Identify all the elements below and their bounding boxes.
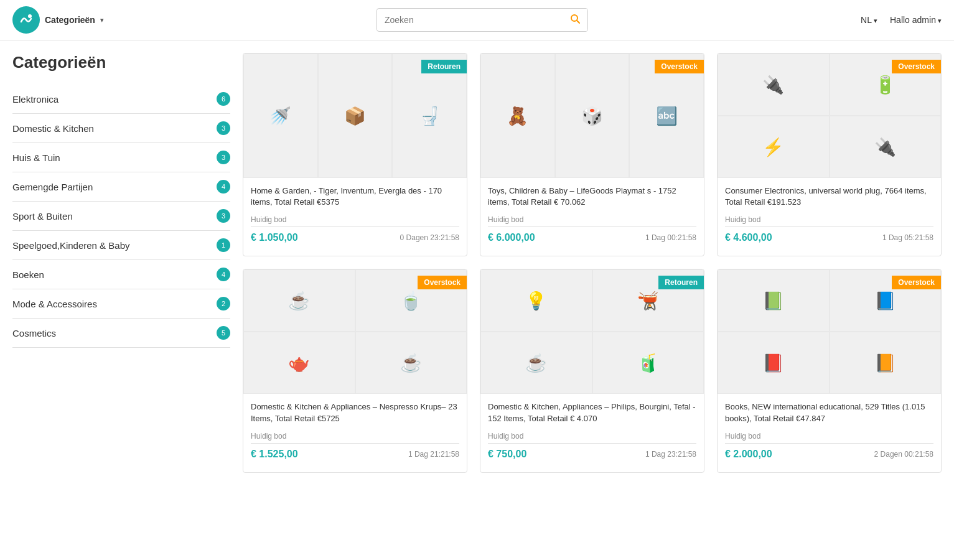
product-card-p6[interactable]: Overstock 📗📘📕📙 Books, NEW international … bbox=[717, 269, 942, 472]
product-card-p5[interactable]: Retouren 💡🫕☕🧃 Domestic & Kitchen, Applia… bbox=[480, 269, 704, 472]
product-image-cell: 🔌 bbox=[718, 54, 830, 116]
sidebar-item-boeken[interactable]: Boeken 4 bbox=[12, 260, 230, 289]
product-bid-price: € 1.050,00 bbox=[251, 232, 298, 243]
product-bid-price: € 750,00 bbox=[488, 449, 526, 460]
product-bid-label: Huidig bod bbox=[488, 432, 696, 441]
product-bid-label: Huidig bod bbox=[725, 432, 933, 441]
language-selector[interactable]: NL bbox=[861, 15, 877, 25]
product-image-cell: ⚡ bbox=[718, 116, 830, 178]
sidebar-item-badge: 1 bbox=[217, 238, 230, 252]
sidebar-item-cosmetics[interactable]: Cosmetics 5 bbox=[12, 319, 230, 348]
product-bid-time: 2 Dagen 00:21:58 bbox=[874, 450, 933, 459]
svg-line-3 bbox=[577, 21, 579, 23]
search-button[interactable] bbox=[563, 9, 587, 31]
product-image-cell: ☕ bbox=[480, 332, 592, 394]
product-title: Domestic & Kitchen, Appliances – Philips… bbox=[488, 401, 696, 424]
product-image-wrap: Overstock ☕🍵🫖☕ bbox=[243, 269, 467, 394]
product-bid-label: Huidig bod bbox=[251, 432, 459, 441]
sidebar-item-speelgoed[interactable]: Speelgoed,Kinderen & Baby 1 bbox=[12, 231, 230, 260]
product-image-wrap: Overstock 🔌🔋⚡🔌 bbox=[718, 54, 941, 178]
product-bid-time: 1 Dag 05:21:58 bbox=[882, 233, 933, 242]
sidebar-item-mode-accessoires[interactable]: Mode & Accessoires 2 bbox=[12, 289, 230, 319]
sidebar-item-label: Huis & Tuin bbox=[12, 152, 212, 163]
product-bid-label: Huidig bod bbox=[251, 215, 459, 224]
sidebar-item-gemengde-partijen[interactable]: Gemengde Partijen 4 bbox=[12, 172, 230, 202]
product-bid-row: € 750,00 1 Dag 23:21:58 bbox=[488, 443, 696, 465]
sidebar-item-sport-buiten[interactable]: Sport & Buiten 3 bbox=[12, 202, 230, 231]
user-menu[interactable]: Hallo admin bbox=[890, 15, 942, 25]
product-bid-price: € 2.000,00 bbox=[725, 449, 772, 460]
product-bid-row: € 4.600,00 1 Dag 05:21:58 bbox=[725, 226, 933, 248]
sidebar-item-label: Speelgoed,Kinderen & Baby bbox=[12, 240, 212, 251]
product-image-cell: ☕ bbox=[243, 269, 355, 332]
product-image-wrap: Overstock 🧸🎲🔤 bbox=[480, 54, 704, 178]
product-info: Domestic & Kitchen, Appliances – Philips… bbox=[480, 394, 704, 472]
product-image-cell: 🧸 bbox=[480, 54, 555, 178]
product-bid-price: € 4.600,00 bbox=[725, 232, 772, 243]
sidebar-item-badge: 6 bbox=[217, 92, 230, 106]
product-badge: Retouren bbox=[421, 60, 467, 73]
product-image-wrap: Overstock 📗📘📕📙 bbox=[718, 269, 941, 394]
product-image-cell: 🎲 bbox=[555, 54, 630, 178]
product-info: Domestic & Kitchen & Appliances – Nespre… bbox=[243, 394, 467, 472]
product-image-cell: 💡 bbox=[480, 269, 592, 332]
sidebar-item-label: Sport & Buiten bbox=[12, 211, 212, 222]
product-card-p2[interactable]: Overstock 🧸🎲🔤 Toys, Children & Baby – Li… bbox=[480, 53, 704, 256]
product-bid-row: € 2.000,00 2 Dagen 00:21:58 bbox=[725, 443, 933, 465]
sidebar-item-elektronica[interactable]: Elektronica 6 bbox=[12, 85, 230, 114]
sidebar-item-badge: 4 bbox=[217, 180, 230, 194]
product-bid-label: Huidig bod bbox=[725, 215, 933, 224]
sidebar-item-badge: 3 bbox=[217, 209, 230, 223]
sidebar-title: Categorieën bbox=[12, 53, 230, 72]
product-badge: Overstock bbox=[418, 276, 467, 289]
product-image-cell: 📗 bbox=[718, 269, 830, 332]
sidebar-item-domestic-kitchen[interactable]: Domestic & Kitchen 3 bbox=[12, 114, 230, 143]
search-area bbox=[104, 8, 861, 32]
product-image-cell: 📕 bbox=[718, 332, 830, 394]
product-image-cell: 🚿 bbox=[243, 54, 318, 178]
main-layout: Categorieën Elektronica 6 Domestic & Kit… bbox=[0, 40, 954, 485]
product-info: Home & Garden, - Tiger, Inventum, Evergl… bbox=[243, 178, 467, 256]
sidebar-item-badge: 5 bbox=[217, 326, 230, 340]
header: Categorieën ▾ NL Hallo admin bbox=[0, 0, 954, 40]
product-bid-row: € 1.525,00 1 Dag 21:21:58 bbox=[251, 443, 459, 465]
sidebar-item-label: Domestic & Kitchen bbox=[12, 123, 212, 134]
sidebar-item-badge: 2 bbox=[217, 297, 230, 310]
product-bid-row: € 1.050,00 0 Dagen 23:21:58 bbox=[251, 226, 459, 248]
product-image-wrap: Retouren 💡🫕☕🧃 bbox=[480, 269, 704, 394]
sidebar: Categorieën Elektronica 6 Domestic & Kit… bbox=[12, 53, 230, 473]
logo[interactable]: Categorieën ▾ bbox=[12, 6, 104, 34]
sidebar-item-label: Mode & Accessoires bbox=[12, 299, 212, 309]
product-image-cell: 📙 bbox=[830, 332, 942, 394]
product-image-wrap: Retouren 🚿📦🚽 bbox=[243, 54, 467, 178]
product-image-cell: 🔌 bbox=[830, 116, 942, 178]
product-bid-label: Huidig bod bbox=[488, 215, 696, 224]
product-badge: Overstock bbox=[892, 276, 941, 289]
product-image-cell: ☕ bbox=[355, 332, 467, 394]
product-bid-time: 1 Dag 21:21:58 bbox=[408, 450, 459, 459]
product-title: Domestic & Kitchen & Appliances – Nespre… bbox=[251, 401, 459, 424]
logo-icon bbox=[12, 6, 40, 34]
product-image-cell: 📦 bbox=[318, 54, 393, 178]
product-info: Books, NEW international educational, 52… bbox=[718, 394, 941, 472]
categories-menu-label[interactable]: Categorieën bbox=[45, 15, 95, 25]
sidebar-item-label: Gemengde Partijen bbox=[12, 182, 212, 192]
sidebar-item-label: Boeken bbox=[12, 269, 212, 280]
product-card-p1[interactable]: Retouren 🚿📦🚽 Home & Garden, - Tiger, Inv… bbox=[243, 53, 467, 256]
product-image-cell: 🧃 bbox=[592, 332, 704, 394]
product-grid: Retouren 🚿📦🚽 Home & Garden, - Tiger, Inv… bbox=[243, 53, 942, 473]
product-title: Books, NEW international educational, 52… bbox=[725, 401, 933, 424]
product-card-p3[interactable]: Overstock 🔌🔋⚡🔌 Consumer Electronics, uni… bbox=[717, 53, 942, 256]
product-bid-time: 1 Dag 23:21:58 bbox=[645, 450, 696, 459]
product-card-p4[interactable]: Overstock ☕🍵🫖☕ Domestic & Kitchen & Appl… bbox=[243, 269, 467, 472]
search-icon bbox=[570, 14, 580, 24]
sidebar-item-badge: 3 bbox=[217, 151, 230, 164]
product-title: Toys, Children & Baby – LifeGoods Playma… bbox=[488, 185, 696, 208]
sidebar-item-huis-tuin[interactable]: Huis & Tuin 3 bbox=[12, 143, 230, 172]
search-input[interactable] bbox=[377, 10, 563, 30]
sidebar-item-badge: 4 bbox=[217, 268, 230, 281]
search-box bbox=[376, 8, 588, 32]
product-bid-time: 0 Dagen 23:21:58 bbox=[400, 233, 459, 242]
product-bid-time: 1 Dag 00:21:58 bbox=[645, 233, 696, 242]
product-title: Consumer Electronics, universal world pl… bbox=[725, 185, 933, 208]
